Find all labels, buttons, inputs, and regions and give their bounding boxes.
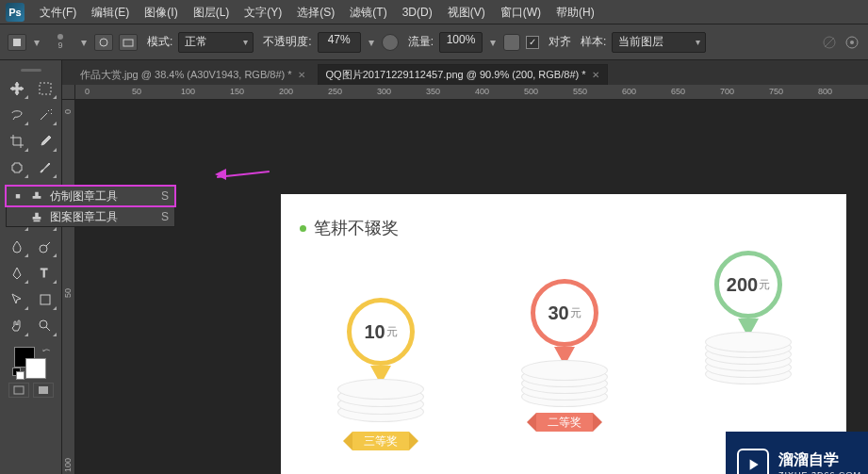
tool-type[interactable]: T: [33, 262, 57, 285]
tool-eyedropper[interactable]: [33, 130, 57, 153]
tab-1-close-icon[interactable]: ✕: [592, 70, 599, 80]
svg-rect-16: [34, 221, 41, 222]
ignore-adjustment-icon[interactable]: [821, 34, 838, 51]
color-swatches: ⤺: [12, 345, 50, 379]
tool-preset-chevron-icon[interactable]: ▾: [32, 36, 41, 49]
sample-select[interactable]: 当前图层: [612, 32, 706, 53]
flow-input[interactable]: 100%: [439, 32, 483, 53]
mode-value: 正常: [185, 34, 207, 50]
tab-0-close-icon[interactable]: ✕: [298, 70, 305, 80]
menu-view[interactable]: 视图(V): [440, 0, 493, 25]
tool-shape[interactable]: [33, 288, 57, 311]
aligned-checkbox[interactable]: ✓: [526, 36, 539, 49]
svg-line-4: [825, 38, 834, 47]
document-tabs: 作品大赏.jpg @ 38.4% (A30V1943, RGB/8#) *✕ Q…: [62, 60, 868, 85]
menu-image[interactable]: 图像(I): [137, 0, 185, 25]
options-bar: ▾ 9 ▾ 模式: 正常 不透明度: 47% ▾ 流量: 100% ▾ ✓ 对齐…: [0, 25, 868, 60]
svg-text:T: T: [41, 267, 48, 280]
brush-panel-icon[interactable]: [94, 34, 113, 51]
screen-mode-icon[interactable]: [33, 383, 54, 398]
award-1st: 200元: [705, 251, 792, 384]
toolbox: T ⤺: [0, 60, 62, 474]
flow-chevron-icon[interactable]: ▾: [488, 36, 498, 49]
brush-size-label: 9: [57, 41, 62, 50]
pin-ring: 30元: [531, 279, 598, 347]
toolbox-grip[interactable]: [0, 66, 61, 74]
doc-title-row: 笔耕不辍奖: [300, 217, 399, 239]
ribbon: 二等奖: [527, 413, 602, 432]
tab-0[interactable]: 作品大赏.jpg @ 38.4% (A30V1943, RGB/8#) *✕: [72, 64, 314, 85]
pressure-opacity-icon[interactable]: [382, 34, 399, 51]
menu-edit[interactable]: 编辑(E): [84, 0, 137, 25]
award-0-ribbon: 三等奖: [352, 432, 409, 450]
tool-blur[interactable]: [5, 236, 29, 258]
flyout-pattern-stamp[interactable]: 图案图章工具 S: [6, 206, 175, 227]
svg-point-6: [850, 41, 854, 44]
swap-colors-icon[interactable]: ⤺: [42, 345, 50, 355]
svg-rect-12: [41, 295, 50, 304]
sample-value: 当前图层: [618, 34, 663, 50]
tool-path-select[interactable]: [5, 288, 29, 311]
menu-file[interactable]: 文件(F): [32, 0, 84, 25]
opacity-chevron-icon[interactable]: ▾: [367, 36, 376, 49]
ruler-corner[interactable]: [62, 85, 75, 100]
quick-mask-icon[interactable]: [8, 383, 29, 398]
tool-marquee[interactable]: [33, 77, 57, 100]
tool-move[interactable]: [5, 77, 29, 100]
tool-spot-heal[interactable]: [5, 156, 29, 179]
stamp-icon: [29, 188, 44, 204]
tool-brush[interactable]: [33, 156, 57, 179]
award-1-ribbon: 二等奖: [536, 413, 593, 432]
coin-stack: [337, 379, 424, 422]
flyout-clone-stamp[interactable]: ■ 仿制图章工具 S: [6, 186, 175, 206]
award-2-unit: 元: [759, 277, 770, 293]
tool-zoom[interactable]: [33, 315, 57, 337]
default-colors-icon[interactable]: [12, 368, 24, 379]
menu-layer[interactable]: 图层(L): [186, 0, 237, 25]
tool-dodge[interactable]: [33, 236, 57, 258]
app-logo: Ps: [6, 3, 25, 22]
award-0-num: 10: [364, 321, 385, 343]
brush-preview[interactable]: 9: [47, 29, 74, 56]
tool-crop[interactable]: [5, 130, 29, 153]
ruler-horizontal[interactable]: 0 50 100 150 200 250 300 350 400 500 550…: [75, 85, 868, 100]
watermark-title: 溜溜自学: [778, 450, 861, 470]
flow-label: 流量:: [408, 34, 434, 50]
document-canvas: 笔耕不辍奖 10元 三等奖 30元 二等奖: [281, 194, 846, 474]
award-1-num: 30: [548, 302, 568, 324]
award-3rd: 10元 三等奖: [337, 298, 424, 450]
tool-lasso[interactable]: [5, 104, 29, 126]
menu-type[interactable]: 文字(Y): [237, 0, 289, 25]
svg-rect-15: [39, 386, 48, 394]
clone-source-icon[interactable]: [119, 34, 138, 51]
canvas-area[interactable]: 笔耕不辍奖 10元 三等奖 30元 二等奖: [75, 100, 868, 474]
menu-filter[interactable]: 滤镜(T): [342, 0, 394, 25]
menu-select[interactable]: 选择(S): [289, 0, 342, 25]
menu-window[interactable]: 窗口(W): [493, 0, 549, 25]
tool-hand[interactable]: [5, 315, 29, 337]
watermark-logo-icon: [737, 449, 769, 474]
award-1-unit: 元: [570, 305, 581, 321]
svg-point-1: [100, 39, 107, 46]
flyout-0-shortcut: S: [161, 189, 169, 203]
brush-picker-chevron-icon[interactable]: ▾: [79, 36, 89, 49]
airbrush-icon[interactable]: [503, 34, 520, 51]
ruler-vertical[interactable]: 0 50 100: [62, 100, 75, 474]
background-swatch[interactable]: [25, 358, 46, 379]
opacity-label: 不透明度:: [263, 34, 311, 50]
tool-wand[interactable]: [33, 104, 57, 126]
tab-1[interactable]: QQ图片20171229112457.png @ 90.9% (200, RGB…: [318, 64, 608, 85]
pressure-size-icon[interactable]: [843, 34, 860, 51]
tab-1-label: QQ图片20171229112457.png @ 90.9% (200, RGB…: [326, 68, 586, 82]
flyout-1-label: 图案图章工具: [50, 209, 148, 225]
coin-stack: [521, 360, 608, 403]
tool-preset-icon[interactable]: [8, 34, 26, 51]
opacity-input[interactable]: 47%: [318, 32, 361, 53]
menu-help[interactable]: 帮助(H): [549, 0, 602, 25]
svg-point-13: [40, 320, 47, 328]
tool-pen[interactable]: [5, 262, 29, 285]
menu-3d[interactable]: 3D(D): [395, 0, 440, 25]
menu-bar: Ps 文件(F) 编辑(E) 图像(I) 图层(L) 文字(Y) 选择(S) 滤…: [0, 0, 868, 25]
mode-select[interactable]: 正常: [178, 32, 254, 53]
sample-label: 样本:: [581, 34, 606, 50]
